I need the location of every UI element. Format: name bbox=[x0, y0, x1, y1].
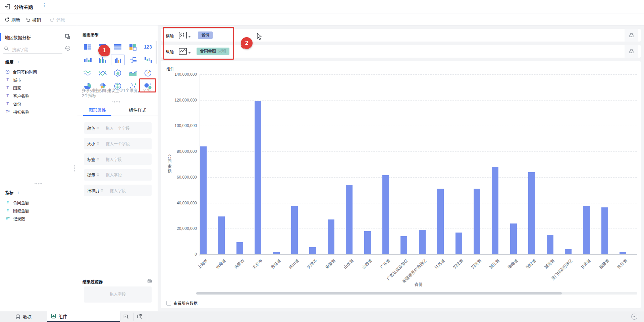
chart-type-quadrant-chart[interactable] bbox=[126, 42, 140, 52]
refresh-button[interactable]: 刷新 bbox=[5, 13, 20, 25]
chart-type-bidirectional-bar-chart[interactable] bbox=[126, 55, 140, 65]
chart-type-scrollbar[interactable] bbox=[156, 41, 157, 64]
switch-dataset-icon[interactable] bbox=[65, 34, 70, 39]
filter-drop-zone[interactable]: 拖入字段 bbox=[84, 286, 152, 303]
gear-icon[interactable]: ⚙ bbox=[96, 173, 100, 177]
property-drop-row-5[interactable]: 细粒度⚙拖入字段 bbox=[84, 185, 152, 196]
x-axis-row-label: 横轴 bbox=[166, 33, 174, 39]
bar-湖南省[interactable] bbox=[547, 235, 553, 254]
property-drop-row-4[interactable]: 提示⚙拖入字段 bbox=[84, 169, 152, 181]
field-item[interactable]: T城市 bbox=[0, 76, 77, 84]
bar-山西省[interactable] bbox=[364, 231, 371, 254]
add-view-button[interactable] bbox=[136, 313, 143, 320]
chart-type-radar-chart[interactable] bbox=[111, 68, 124, 78]
component-card[interactable]: 组件 合同金额 省份 查看所有数据 020,000,00040,000,0006… bbox=[161, 61, 641, 308]
property-label: 颜色 bbox=[87, 125, 95, 131]
sidebar-section-resize-handle[interactable] bbox=[34, 183, 43, 185]
bar-江苏省[interactable] bbox=[437, 189, 444, 254]
tab-component[interactable]: 组件 bbox=[47, 311, 120, 322]
search-options-icon[interactable] bbox=[65, 46, 70, 51]
clear-filter-icon[interactable] bbox=[147, 278, 152, 283]
collapse-panel-button[interactable] bbox=[631, 314, 637, 320]
field-item[interactable]: #*记录数 bbox=[0, 214, 77, 222]
search-input[interactable]: 搜索字段 bbox=[3, 44, 62, 54]
bar-湖北省[interactable] bbox=[528, 172, 535, 254]
property-drop-row-2[interactable]: 大小⚙拖入一个字段 bbox=[84, 138, 152, 149]
clear-y-axis-button[interactable] bbox=[625, 45, 638, 58]
add-dimension-icon[interactable]: + bbox=[17, 59, 19, 65]
bar-云南省[interactable] bbox=[218, 216, 225, 254]
gear-icon[interactable]: ⚙ bbox=[96, 126, 100, 130]
tab-data[interactable]: 数据 bbox=[9, 311, 38, 322]
chart-type-line-chart[interactable] bbox=[81, 68, 94, 78]
bar-安徽省[interactable] bbox=[328, 219, 334, 254]
undo-button[interactable]: 撤销 bbox=[25, 13, 41, 25]
bar-广东省[interactable] bbox=[382, 175, 389, 254]
add-chart-button[interactable] bbox=[123, 313, 129, 320]
chart-type-bar-chart[interactable] bbox=[81, 55, 94, 65]
y-axis-type-selector[interactable] bbox=[178, 48, 191, 55]
bar-北京市[interactable] bbox=[255, 101, 261, 254]
chart-type-multi-series-bar-chart[interactable] bbox=[111, 55, 124, 65]
chart-type-range-bar-chart[interactable] bbox=[141, 55, 155, 65]
dataset-row[interactable]: 地区数据分析 bbox=[0, 33, 77, 42]
field-item[interactable]: T省份 bbox=[0, 100, 77, 108]
property-drop-row-1[interactable]: 颜色⚙拖入一个字段 bbox=[84, 122, 152, 134]
chart-scrollbar-thumb[interactable] bbox=[196, 292, 562, 295]
chart-type-area-chart[interactable] bbox=[126, 68, 140, 78]
x-axis-drop-row[interactable]: 横轴 省份 bbox=[161, 29, 641, 42]
gear-icon[interactable]: ⚙ bbox=[96, 141, 100, 146]
bar-浙江省[interactable] bbox=[492, 167, 498, 254]
field-item[interactable]: T客户名称 bbox=[0, 92, 77, 100]
bar-四川省[interactable] bbox=[291, 206, 298, 254]
chart-type-detail-table[interactable] bbox=[81, 42, 94, 52]
bar-甘肃省[interactable] bbox=[583, 206, 590, 254]
tab-component-style[interactable]: 组件样式 bbox=[117, 105, 158, 116]
gear-icon[interactable]: ⚙ bbox=[96, 157, 100, 162]
bar-内蒙古[interactable] bbox=[236, 242, 243, 254]
bar-山东省[interactable] bbox=[346, 185, 353, 254]
field-item[interactable]: T*指标名称 bbox=[0, 108, 77, 116]
bar-贵州省[interactable] bbox=[620, 252, 626, 254]
more-menu-icon[interactable]: ⋮ bbox=[42, 3, 47, 10]
y-axis-drop-row[interactable]: 纵轴 合同金额求和 bbox=[161, 45, 641, 58]
bar-新疆维吾尔自治区[interactable] bbox=[419, 230, 426, 254]
bar-河北省[interactable] bbox=[455, 233, 462, 254]
bar-吉林省[interactable] bbox=[273, 252, 280, 254]
panel-resize-handle[interactable] bbox=[112, 101, 121, 103]
add-metric-icon[interactable]: + bbox=[17, 190, 19, 195]
x-axis-tick-label: 浙江省 bbox=[488, 257, 500, 270]
chart-type-pivot-table[interactable] bbox=[111, 42, 124, 52]
annotation-badge-1: 1 bbox=[98, 45, 110, 56]
show-all-data-checkbox[interactable]: 查看所有数据 bbox=[166, 300, 198, 306]
bar-福建省[interactable] bbox=[601, 207, 608, 254]
clear-x-axis-button[interactable] bbox=[625, 29, 638, 42]
dataset-name: 地区数据分析 bbox=[5, 34, 31, 41]
x-axis-tick-label: 海南省 bbox=[506, 257, 519, 270]
field-item[interactable]: 合同签约时间 bbox=[0, 68, 77, 76]
x-axis-tick-label: 北京市 bbox=[251, 257, 263, 270]
x-axis-type-selector[interactable] bbox=[178, 31, 191, 39]
bar-澳门特别行政区[interactable] bbox=[565, 249, 572, 254]
top-header-bar: 分析主题 ⋮ bbox=[0, 0, 644, 13]
y-axis-field-pill[interactable]: 合同金额求和 bbox=[197, 48, 229, 55]
x-axis-field-pill[interactable]: 省份 bbox=[198, 31, 213, 39]
field-item[interactable]: T国家 bbox=[0, 84, 77, 92]
bar-广西壮族自治区[interactable] bbox=[400, 236, 407, 254]
field-item[interactable]: #回款金额 bbox=[0, 206, 77, 214]
exit-icon[interactable] bbox=[5, 4, 11, 10]
property-drop-row-3[interactable]: 标签⚙拖入字段 bbox=[84, 153, 152, 165]
checkbox-icon[interactable] bbox=[166, 301, 171, 306]
bar-天津市[interactable] bbox=[309, 247, 316, 254]
bar-上海市[interactable] bbox=[200, 146, 207, 254]
bar-河南省[interactable] bbox=[474, 189, 480, 254]
chart-type-gauge-chart[interactable] bbox=[141, 68, 155, 78]
chart-type-multi-line-chart[interactable] bbox=[96, 68, 109, 78]
redo-button[interactable]: 还原 bbox=[50, 13, 65, 25]
tab-graphic-properties[interactable]: 图形属性 bbox=[77, 105, 117, 116]
chart-type-indicator-card[interactable]: 123 bbox=[141, 42, 155, 52]
field-item[interactable]: #合同金额 bbox=[0, 198, 77, 206]
gear-icon[interactable]: ⚙ bbox=[100, 188, 104, 193]
sidebar-resize-handle[interactable] bbox=[74, 165, 76, 172]
bar-海南省[interactable] bbox=[510, 223, 517, 254]
